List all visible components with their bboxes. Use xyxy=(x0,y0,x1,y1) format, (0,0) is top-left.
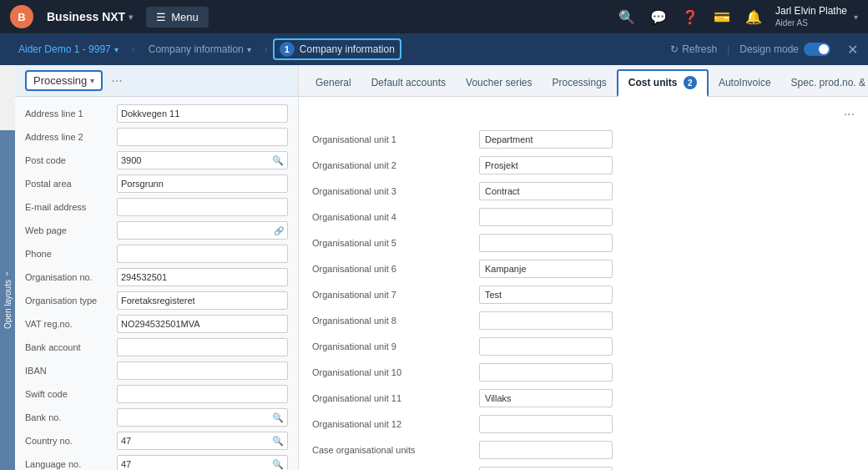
chat-icon[interactable]: 💬 xyxy=(650,9,667,25)
close-button[interactable]: ✕ xyxy=(847,42,858,58)
input-org1[interactable]: Department xyxy=(479,130,613,149)
user-company: Aider AS xyxy=(775,18,847,28)
breadcrumb-demo[interactable]: Aider Demo 1 - 9997 ▾ xyxy=(10,38,127,60)
input-email[interactable] xyxy=(117,198,288,216)
input-org4[interactable]: | xyxy=(479,208,613,226)
help-icon[interactable]: ❓ xyxy=(682,9,699,25)
breadcrumb-chevron2-icon: ▾ xyxy=(247,45,251,54)
input-org8[interactable] xyxy=(479,311,613,330)
right-content: ··· Organisational unit 1 Department Org… xyxy=(299,97,868,470)
tabs-bar: General Default accounts Voucher series … xyxy=(299,65,868,97)
label-address1: Address line 1 xyxy=(25,109,117,119)
input-case-org[interactable] xyxy=(479,441,613,459)
form-row-phone: Phone xyxy=(25,244,288,264)
input-postcode[interactable]: 3900 🔍 xyxy=(117,151,288,169)
label-org11: Organisational unit 11 xyxy=(312,393,479,403)
open-layouts-arrow-icon: › xyxy=(6,269,8,278)
input-swift[interactable] xyxy=(117,385,288,403)
input-iban[interactable] xyxy=(117,361,288,380)
search-icon[interactable]: 🔍 xyxy=(618,9,635,25)
design-mode-toggle[interactable]: Design mode xyxy=(739,43,830,56)
input-web[interactable]: 🔗 xyxy=(117,221,288,240)
label-postal: Postal area xyxy=(25,179,117,189)
input-orgno[interactable]: 294532501 xyxy=(117,268,288,286)
label-org5: Organisational unit 5 xyxy=(312,238,479,248)
org-row-7: Organisational unit 7 Test xyxy=(312,284,855,306)
tab-processings[interactable]: Processings xyxy=(542,72,616,96)
label-orgno: Organisation no. xyxy=(25,272,117,282)
design-mode-switch[interactable] xyxy=(804,43,830,56)
breadcrumb-company-info2[interactable]: 1 Company information xyxy=(273,38,401,60)
user-info[interactable]: Jarl Elvin Plathe Aider AS ▾ xyxy=(775,5,858,29)
user-name: Jarl Elvin Plathe xyxy=(775,5,847,18)
form-row-postal: Postal area Porsgrunn xyxy=(25,174,288,194)
org-row-case: Case organisational units xyxy=(312,439,855,461)
tab-spec-prod[interactable]: Spec. prod.no. & price/disc. xyxy=(781,72,868,96)
bankno-search-icon: 🔍 xyxy=(272,412,284,423)
input-org12[interactable] xyxy=(479,415,613,433)
label-postcode: Post code xyxy=(25,155,117,165)
label-swift: Swift code xyxy=(25,389,117,399)
input-org6[interactable]: Kampanje xyxy=(479,260,613,278)
label-org7: Organisational unit 7 xyxy=(312,290,479,300)
input-bankno[interactable]: 🔍 xyxy=(117,408,288,427)
breadcrumb-company-info1[interactable]: Company information ▾ xyxy=(140,38,260,60)
input-org10[interactable] xyxy=(479,363,613,382)
org-row-5: Organisational unit 5 xyxy=(312,232,855,254)
refresh-button[interactable]: ↻ Refresh xyxy=(670,43,717,55)
input-org5[interactable] xyxy=(479,234,613,252)
input-country[interactable]: 47 🔍 xyxy=(117,432,288,450)
input-bank[interactable] xyxy=(117,338,288,356)
org-row-8: Organisational unit 8 xyxy=(312,310,855,331)
menu-button[interactable]: ☰ Menu xyxy=(146,7,209,28)
label-org3: Organisational unit 3 xyxy=(312,186,479,196)
label-country: Country no. xyxy=(25,436,117,446)
input-master-flags[interactable]: 🔍 xyxy=(479,467,613,470)
billing-icon[interactable]: 💳 xyxy=(714,9,730,25)
label-org6: Organisational unit 6 xyxy=(312,264,479,274)
input-org11[interactable]: Villaks xyxy=(479,389,613,407)
label-address2: Address line 2 xyxy=(25,132,117,142)
top-nav: B Business NXT ▾ ☰ Menu 🔍 💬 ❓ 💳 🔔 Jarl E… xyxy=(0,0,868,33)
breadcrumb-badge-1: 1 xyxy=(280,42,295,57)
logo: B xyxy=(10,5,33,28)
label-org12: Organisational unit 12 xyxy=(312,419,479,429)
processing-more-icon[interactable]: ··· xyxy=(111,73,122,88)
processing-chevron-icon: ▾ xyxy=(90,76,94,85)
label-org8: Organisational unit 8 xyxy=(312,316,479,326)
input-phone[interactable] xyxy=(117,245,288,263)
refresh-icon: ↻ xyxy=(670,43,679,55)
form-row-orgno: Organisation no. 294532501 xyxy=(25,267,288,287)
input-org7[interactable]: Test xyxy=(479,286,613,304)
input-org2[interactable]: Prosjekt xyxy=(479,156,613,174)
language-search-icon: 🔍 xyxy=(272,459,284,470)
tab-general[interactable]: General xyxy=(305,72,361,96)
input-address1[interactable]: Dokkvegen 11 xyxy=(117,104,288,123)
input-postal[interactable]: Porsgrunn xyxy=(117,174,288,193)
input-org3[interactable]: Contract xyxy=(479,182,613,200)
notification-icon[interactable]: 🔔 xyxy=(745,9,762,25)
input-org9[interactable] xyxy=(479,337,613,356)
tab-default-accounts[interactable]: Default accounts xyxy=(361,72,456,96)
brand-name[interactable]: Business NXT ▾ xyxy=(47,10,133,23)
processing-section[interactable]: Processing ▾ xyxy=(25,70,103,91)
brand-chevron-icon: ▾ xyxy=(129,13,133,22)
tab-cost-units-wrapper: Cost units 2 xyxy=(617,69,709,96)
input-address2[interactable] xyxy=(117,128,288,146)
input-orgtype[interactable]: Foretaksregisteret xyxy=(117,291,288,310)
right-more-icon[interactable]: ··· xyxy=(844,107,855,122)
open-layouts-bar[interactable]: Open layouts › xyxy=(0,130,15,470)
tab-autoinvoice[interactable]: AutoInvoice xyxy=(709,72,781,96)
tab-cost-units[interactable]: Cost units 2 xyxy=(617,69,709,97)
label-case-org: Case organisational units xyxy=(312,445,479,455)
input-vat[interactable]: NO294532501MVA xyxy=(117,315,288,333)
label-orgtype: Organisation type xyxy=(25,296,117,306)
label-org9: Organisational unit 9 xyxy=(312,341,479,351)
org-row-12: Organisational unit 12 xyxy=(312,413,855,435)
form-row-address2: Address line 2 xyxy=(25,127,288,147)
input-language[interactable]: 47 🔍 xyxy=(117,455,288,470)
web-link-icon: 🔗 xyxy=(274,226,284,235)
form-row-email: E-mail address xyxy=(25,197,288,217)
tab-voucher-series[interactable]: Voucher series xyxy=(456,72,542,96)
label-phone: Phone xyxy=(25,249,117,259)
